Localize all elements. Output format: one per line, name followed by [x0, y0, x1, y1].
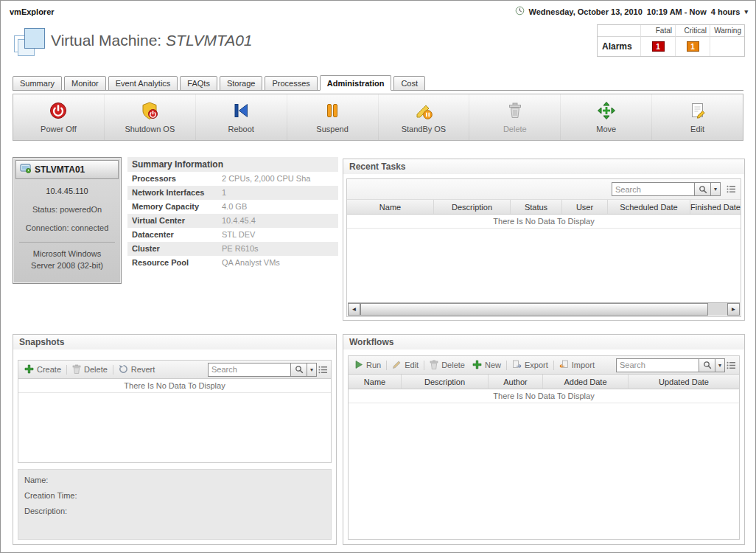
edit-button[interactable]: Edit — [652, 94, 743, 140]
table-customizer-icon[interactable] — [727, 361, 736, 369]
workflows-toolbar: Run Edit Delete New — [349, 356, 739, 375]
reboot-icon — [231, 101, 251, 122]
edit-workflow-button[interactable]: Edit — [389, 359, 421, 372]
revert-snapshot-button[interactable]: Revert — [116, 364, 158, 376]
page-title: Virtual Machine: STLVMTA01 — [51, 32, 253, 49]
search-options-dropdown[interactable]: ▾ — [710, 182, 721, 196]
vm-monitor-icon — [20, 164, 31, 175]
snapshot-details: Name: Creation Time: Description: — [18, 469, 332, 540]
import-workflow-button[interactable]: Import — [556, 359, 598, 372]
summary-information: Summary Information Processors2 CPUs, 2,… — [127, 157, 338, 270]
vm-guest-os: Microsoft Windows Server 2008 (32-bit) — [21, 248, 113, 272]
tab-event-analytics[interactable]: Event Analytics — [108, 76, 178, 91]
standby-os-button[interactable]: StandBy OS — [379, 94, 470, 140]
alarms-col-warning: Warning — [710, 25, 744, 36]
suspend-icon — [323, 101, 342, 122]
search-icon[interactable] — [699, 358, 715, 372]
vm-ip-address: 10.4.45.110 — [13, 187, 121, 195]
new-workflow-button[interactable]: New — [469, 359, 504, 372]
summary-value: PE R610s — [222, 242, 259, 256]
time-range-selector[interactable]: Wednesday, October 13, 2010 10:19 AM - N… — [515, 6, 748, 17]
column-header-description[interactable]: Description — [434, 200, 511, 214]
toolbar-separator — [66, 365, 67, 375]
summary-row-datacenter: DatacenterSTL DEV — [127, 228, 338, 242]
column-header-status[interactable]: Status — [511, 200, 562, 214]
tab-monitor[interactable]: Monitor — [64, 76, 106, 91]
tab-administration[interactable]: Administration — [320, 75, 392, 91]
run-workflow-button[interactable]: Run — [351, 359, 384, 372]
summary-information-rows: Processors2 CPUs, 2,000 CPU Sha Network … — [127, 172, 338, 270]
tab-processes[interactable]: Processes — [265, 76, 317, 91]
critical-count-badge[interactable]: 1 — [687, 41, 699, 52]
table-customizer-icon[interactable] — [318, 366, 328, 374]
workflows-title: Workflows — [343, 335, 744, 349]
column-header-name[interactable]: Name — [349, 375, 402, 389]
standby-os-icon — [414, 101, 433, 122]
suspend-button[interactable]: Suspend — [287, 94, 379, 140]
delete-button[interactable]: Delete — [469, 94, 561, 140]
trash-icon — [430, 360, 438, 371]
summary-row-processors: Processors2 CPUs, 2,000 CPU Sha — [127, 172, 338, 186]
column-header-user[interactable]: User — [562, 200, 608, 214]
search-input[interactable] — [208, 363, 290, 377]
summary-row-memory-capacity: Memory Capacity4.0 GB — [127, 200, 338, 214]
export-workflow-button[interactable]: Export — [509, 359, 551, 372]
column-header-name[interactable]: Name — [347, 200, 434, 214]
column-header-description[interactable]: Description — [402, 375, 489, 389]
search-options-dropdown[interactable]: ▾ — [307, 363, 317, 377]
snapshot-detail-creation-time-label: Creation Time: — [24, 491, 325, 500]
chevron-down-icon: ▾ — [744, 8, 748, 15]
toolbar-button-label: New — [485, 361, 501, 369]
column-header-added-date[interactable]: Added Date — [543, 375, 629, 389]
column-header-finished-date[interactable]: Finished Date — [690, 200, 741, 214]
create-snapshot-button[interactable]: Create — [21, 364, 64, 376]
workflows-panel: Workflows Run Edit Delete — [343, 334, 745, 545]
move-button[interactable]: Move — [561, 94, 652, 140]
power-off-button[interactable]: Power Off — [13, 94, 105, 140]
search-input[interactable] — [616, 358, 699, 372]
delete-workflow-button[interactable]: Delete — [427, 359, 468, 372]
summary-label: Memory Capacity — [127, 200, 222, 214]
import-icon — [559, 360, 569, 371]
alarms-critical-cell[interactable]: 1 — [675, 36, 710, 56]
scroll-left-button[interactable]: ◄ — [348, 303, 360, 316]
alarms-warning-cell[interactable] — [710, 36, 744, 56]
search-options-dropdown[interactable]: ▾ — [715, 358, 725, 372]
edit-icon — [688, 101, 707, 122]
action-label: StandBy OS — [402, 125, 447, 133]
tab-faqts[interactable]: FAQts — [180, 76, 217, 91]
action-label: Reboot — [228, 125, 253, 133]
alarms-fatal-cell[interactable]: 1 — [640, 36, 675, 56]
snapshots-search: ▾ — [208, 363, 317, 377]
workflows-empty-message: There Is No Data To Display — [349, 389, 739, 403]
shutdown-os-button[interactable]: Shutdown OS — [105, 94, 196, 140]
vm-connection-status: Connection: connected — [13, 223, 121, 232]
action-label: Suspend — [316, 125, 348, 133]
search-input[interactable] — [612, 182, 694, 196]
page-title-prefix: Virtual Machine: — [51, 32, 161, 49]
toolbar-separator — [386, 361, 387, 370]
search-icon[interactable] — [694, 182, 710, 196]
vm-card-header[interactable]: STLVMTA01 — [15, 160, 119, 179]
scroll-right-button[interactable]: ► — [727, 303, 740, 316]
column-header-updated-date[interactable]: Updated Date — [629, 375, 739, 389]
column-header-scheduled-date[interactable]: Scheduled Date — [608, 200, 690, 214]
revert-icon — [119, 364, 128, 375]
tab-storage[interactable]: Storage — [220, 76, 263, 91]
toolbar-separator — [553, 361, 554, 370]
snapshot-detail-description-label: Description: — [24, 507, 325, 515]
snapshots-grid: Create Delete Revert ▾ — [18, 360, 332, 463]
delete-snapshot-button[interactable]: Delete — [69, 364, 111, 376]
table-customizer-icon[interactable] — [727, 185, 736, 193]
column-header-author[interactable]: Author — [489, 375, 543, 389]
app-title: vmExplorer — [10, 7, 55, 16]
summary-information-title: Summary Information — [127, 157, 338, 172]
fatal-count-badge[interactable]: 1 — [652, 41, 665, 52]
tab-summary[interactable]: Summary — [13, 76, 62, 91]
tab-cost[interactable]: Cost — [393, 76, 425, 91]
play-icon — [354, 360, 363, 371]
search-icon[interactable] — [290, 363, 307, 377]
administration-action-toolbar: Power Off Shutdown OS Reboot Suspend Sta… — [13, 94, 743, 141]
scrollbar-thumb[interactable] — [360, 303, 708, 316]
reboot-button[interactable]: Reboot — [196, 94, 287, 140]
